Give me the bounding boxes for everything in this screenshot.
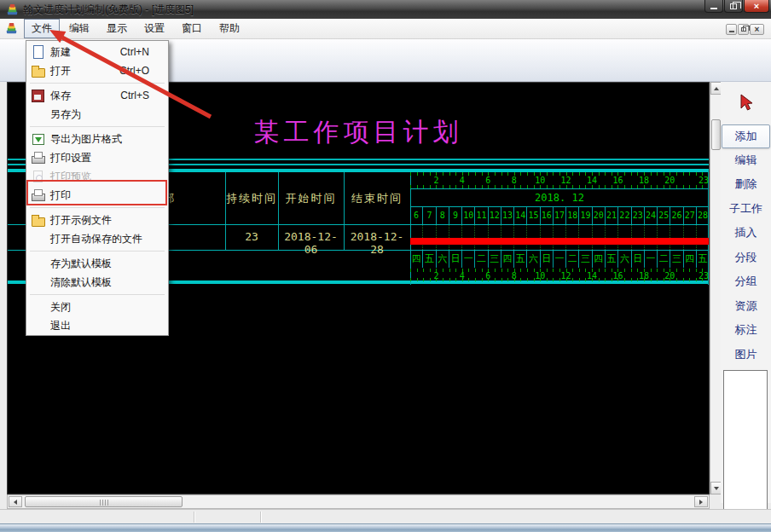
timeline-cell: 12 xyxy=(489,207,501,224)
sidebar-item-3[interactable]: 子工作 xyxy=(722,199,770,219)
menu-item-label: 退出 xyxy=(50,319,149,333)
menu-item-label: 打开 xyxy=(50,64,119,78)
window-restore-button[interactable] xyxy=(724,0,743,13)
menubar-item-5[interactable]: 帮助 xyxy=(212,19,247,38)
cell-duration: 23 xyxy=(225,230,278,243)
menu-item-label: 导出为图片格式 xyxy=(50,132,149,147)
ruler-number: 2 xyxy=(433,176,438,185)
timeline-cell: 六 xyxy=(437,251,449,268)
timeline-cell: 五 xyxy=(514,251,527,268)
save-icon xyxy=(31,89,44,102)
window-minimize-button[interactable] xyxy=(704,0,723,13)
menu-item-save[interactable]: 保存Ctrl+S xyxy=(26,86,168,105)
timeline-cell: 23 xyxy=(632,207,645,224)
timeline-cell: 三 xyxy=(670,251,683,268)
timeline-cell: 25 xyxy=(658,207,670,224)
timeline-cell: 五 xyxy=(423,251,436,268)
app-logo-icon xyxy=(6,3,19,16)
menu-item-shortcut: Ctrl+O xyxy=(119,65,149,77)
select-cursor-icon[interactable] xyxy=(738,94,755,113)
sidebar-item-8[interactable]: 标注 xyxy=(722,320,770,340)
menubar-item-2[interactable]: 显示 xyxy=(99,19,135,38)
horizontal-scroll-thumb[interactable] xyxy=(25,496,183,507)
menubar-item-3[interactable]: 设置 xyxy=(136,19,172,38)
timeline-cell: 六 xyxy=(618,251,631,268)
scroll-left-button[interactable] xyxy=(9,496,22,507)
ruler-number: 8 xyxy=(512,176,517,185)
timeline-cell: 四 xyxy=(593,251,606,268)
menu-item-clear-default-template[interactable]: 清除默认模板 xyxy=(26,273,168,292)
timeline-cell: 24 xyxy=(645,207,658,224)
vertical-scrollbar[interactable] xyxy=(710,82,721,494)
sidebar-item-5[interactable]: 分段 xyxy=(722,247,770,268)
arrow-up-icon xyxy=(714,87,719,90)
timeline-cell: 14 xyxy=(514,207,527,224)
timeline-cell: 18 xyxy=(566,207,579,224)
no-icon xyxy=(31,275,44,289)
window-close-button[interactable]: × xyxy=(744,0,769,13)
sidebar-item-9[interactable]: 图片 xyxy=(722,344,770,365)
sidebar-item-0[interactable]: 添加 xyxy=(722,124,770,148)
menu-item-exit[interactable]: 退出 xyxy=(26,316,168,335)
timeline-cell: 16 xyxy=(541,207,554,224)
scroll-right-button[interactable] xyxy=(694,496,708,507)
sidebar-item-7[interactable]: 资源 xyxy=(722,296,770,316)
menu-bar: 文件编辑显示设置窗口帮助 × xyxy=(0,19,771,39)
menu-item-shortcut: Ctrl+S xyxy=(120,90,149,101)
timeline-cell: 21 xyxy=(606,207,618,224)
menu-item-save-default-template[interactable]: 存为默认模板 xyxy=(26,254,168,273)
mdi-close-button[interactable]: × xyxy=(750,24,764,35)
horizontal-scrollbar[interactable] xyxy=(7,494,710,509)
export-image-icon xyxy=(31,132,44,146)
close-icon: × xyxy=(754,2,759,11)
print-highlight-annotation xyxy=(26,180,167,205)
timeline-cell: 22 xyxy=(618,207,631,224)
tool-sidebar: 添加编辑删除子工作插入分段分组资源标注图片 xyxy=(721,82,771,503)
menu-item-open[interactable]: 打开Ctrl+O xyxy=(26,61,168,80)
menubar-item-4[interactable]: 窗口 xyxy=(174,19,210,38)
menu-item-label: 新建 xyxy=(50,45,120,60)
timeline-cell: 四 xyxy=(501,251,514,268)
menu-item-open-autosaved[interactable]: 打开自动保存的文件 xyxy=(26,229,168,248)
gantt-task-bar[interactable] xyxy=(410,238,709,245)
menubar-item-1[interactable]: 编辑 xyxy=(61,19,97,38)
menu-item-open-sample[interactable]: 打开示例文件 xyxy=(26,211,168,229)
ruler-number: 20 xyxy=(664,176,675,185)
timeline-cell: 20 xyxy=(593,207,606,224)
menu-item-save-as[interactable]: 另存为 xyxy=(26,105,168,124)
timeline-cell: 六 xyxy=(527,251,540,268)
cell-start-date: 2018-12-06 xyxy=(278,230,344,256)
ruler-number: 23 xyxy=(699,176,709,185)
timeline-cell: 一 xyxy=(554,251,566,268)
menu-separator xyxy=(26,124,168,130)
sidebar-item-1[interactable]: 编辑 xyxy=(722,150,770,171)
timeline-cell: 三 xyxy=(579,251,592,268)
menu-item-new[interactable]: 新建Ctrl+N xyxy=(26,43,168,61)
menu-item-export-image[interactable]: 导出为图片格式 xyxy=(26,130,168,148)
mdi-minimize-button[interactable] xyxy=(726,24,737,35)
app-logo-small-icon xyxy=(5,22,18,35)
menu-item-print-setup[interactable]: 打印设置 xyxy=(26,148,168,167)
sidebar-item-2[interactable]: 删除 xyxy=(722,174,770,194)
mdi-minimize-icon xyxy=(729,31,734,32)
arrow-left-icon xyxy=(14,500,17,505)
timeline-cell: 15 xyxy=(527,207,540,224)
window-bottom-frame xyxy=(0,523,771,532)
sidebar-item-6[interactable]: 分组 xyxy=(722,271,770,292)
menu-item-close[interactable]: 关闭 xyxy=(26,298,168,316)
mdi-restore-icon xyxy=(741,27,746,32)
ruler-number: 12 xyxy=(561,176,571,185)
menubar-item-0[interactable]: 文件 xyxy=(24,19,60,38)
ruler-number: 18 xyxy=(639,176,649,185)
timeline-cell: 11 xyxy=(475,207,488,224)
timeline-cell: 28 xyxy=(697,207,709,224)
timeline-cell: 日 xyxy=(449,251,462,268)
status-separator xyxy=(260,512,261,523)
grid-line xyxy=(410,250,709,251)
new-document-icon xyxy=(31,45,44,59)
vertical-scroll-thumb[interactable] xyxy=(711,119,721,150)
sidebar-item-4[interactable]: 插入 xyxy=(722,223,770,243)
mdi-restore-button[interactable] xyxy=(738,24,749,35)
timeline-cell: 四 xyxy=(410,251,423,268)
ruler-number: 14 xyxy=(587,176,597,185)
